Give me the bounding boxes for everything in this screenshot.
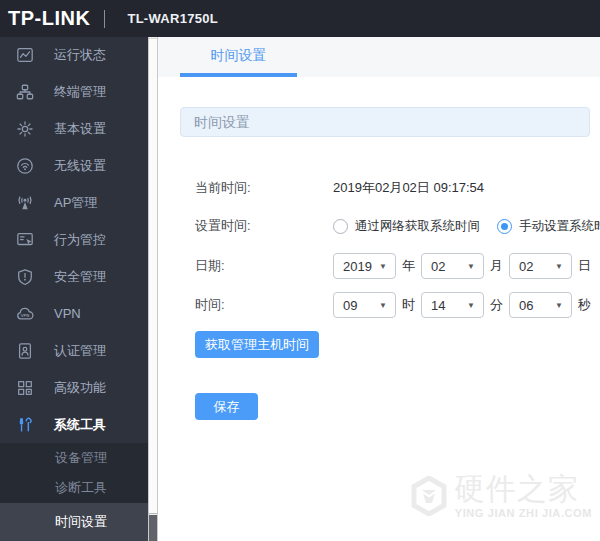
sidebar-scrollbar[interactable] (148, 37, 158, 541)
current-time-label: 当前时间: (195, 179, 333, 197)
month-select[interactable]: 02 ▼ (421, 253, 484, 279)
month-select-value: 02 (422, 259, 467, 274)
gear-icon (16, 120, 34, 138)
sidebar-item-basic-settings[interactable]: 基本设置 (0, 111, 148, 148)
sidebar-item-label: 终端管理 (54, 83, 106, 101)
submenu-item-diagnostic-tools[interactable]: 诊断工具 (0, 473, 148, 503)
watermark-subtitle: YING JIAN ZHI JIA.COM (455, 507, 592, 519)
chevron-down-icon: ▼ (555, 262, 571, 271)
time-settings-form: 当前时间: 2019年02月02日 09:17:54 设置时间: 通过网络获取系… (158, 179, 600, 420)
sidebar-item-advanced-features[interactable]: 高级功能 (0, 369, 148, 406)
radio-network-time-circle[interactable] (333, 219, 348, 234)
vpn-icon-text: VPN (21, 313, 30, 318)
wifi-icon (16, 157, 34, 175)
device-model: TL-WAR1750L (127, 11, 218, 26)
sidebar-item-wireless-settings[interactable]: 无线设置 (0, 148, 148, 185)
minute-select-value: 14 (422, 298, 467, 313)
get-host-time-button[interactable]: 获取管理主机时间 (195, 331, 319, 358)
chevron-down-icon: ▼ (555, 301, 571, 310)
sidebar-item-behavior-control[interactable]: 行为管控 (0, 222, 148, 259)
year-select-value: 2019 (334, 259, 379, 274)
grid-icon (16, 379, 34, 397)
brand-divider (104, 10, 105, 28)
vpn-cloud-icon: VPN (16, 305, 34, 323)
sidebar-item-label: 行为管控 (54, 231, 106, 249)
panel-title: 时间设置 (180, 107, 590, 137)
second-select-value: 06 (510, 298, 555, 313)
date-row: 日期: 2019 ▼ 年 02 ▼ 月 02 ▼ 日 (158, 253, 600, 279)
chevron-down-icon: ▼ (467, 262, 483, 271)
sidebar-item-security-management[interactable]: 安全管理 (0, 258, 148, 295)
get-host-time-row: 获取管理主机时间 (158, 331, 600, 358)
sidebar-item-ap-management[interactable]: AP管理 (0, 185, 148, 222)
submenu-item-label: 诊断工具 (55, 479, 107, 497)
sidebar-item-label: 基本设置 (54, 120, 106, 138)
topbar: TP-LINK TL-WAR1750L (0, 0, 600, 37)
sidebar-item-auth-management[interactable]: 认证管理 (0, 332, 148, 369)
minute-unit-label: 分 (490, 296, 503, 314)
router-admin-page: TP-LINK TL-WAR1750L 运行状态 终端管理 基本设置 (0, 0, 600, 541)
sidebar-item-running-status[interactable]: 运行状态 (0, 37, 148, 74)
chart-icon (16, 46, 34, 64)
set-time-label: 设置时间: (195, 217, 333, 235)
second-select[interactable]: 06 ▼ (509, 292, 572, 318)
chevron-down-icon: ▼ (379, 262, 395, 271)
tplink-logo: TP-LINK (8, 7, 90, 30)
time-label: 时间: (195, 296, 333, 314)
date-label: 日期: (195, 257, 333, 275)
watermark: 硬件之家 YING JIAN ZHI JIA.COM (411, 473, 592, 519)
sidebar-item-label: 无线设置 (54, 157, 106, 175)
submenu-item-label: 时间设置 (55, 513, 107, 531)
submenu-item-label: 设备管理 (55, 449, 107, 467)
watermark-title: 硬件之家 (455, 473, 592, 505)
scrollbar-thumb[interactable] (149, 38, 157, 514)
year-select[interactable]: 2019 ▼ (333, 253, 396, 279)
sidebar-item-label: 安全管理 (54, 268, 106, 286)
radio-network-time[interactable]: 通过网络获取系统时间 (333, 218, 480, 235)
tab-bar: 时间设置 (158, 37, 600, 77)
scrollbar-track-bottom (149, 515, 157, 541)
id-card-icon (16, 342, 34, 360)
submenu-item-device-management[interactable]: 设备管理 (0, 443, 148, 473)
radio-manual-time-label: 手动设置系统时间 (519, 218, 600, 235)
chevron-down-icon: ▼ (379, 301, 395, 310)
current-time-row: 当前时间: 2019年02月02日 09:17:54 (158, 179, 600, 197)
save-row: 保存 (158, 393, 600, 420)
hour-select[interactable]: 09 ▼ (333, 292, 396, 318)
sidebar-item-system-tools[interactable]: 系统工具 (0, 406, 148, 443)
sidebar-nav: 运行状态 终端管理 基本设置 无线设置 AP管理 (0, 37, 148, 541)
second-unit-label: 秒 (578, 296, 591, 314)
tab-time-settings[interactable]: 时间设置 (180, 37, 297, 77)
day-select[interactable]: 02 ▼ (509, 253, 572, 279)
hour-select-value: 09 (334, 298, 379, 313)
shield-icon (16, 268, 34, 286)
hour-unit-label: 时 (402, 296, 415, 314)
submenu-item-time-settings[interactable]: 时间设置 (0, 503, 148, 541)
main-content: 时间设置 时间设置 当前时间: 2019年02月02日 09:17:54 设置时… (158, 37, 600, 541)
hexagon-logo-icon (411, 476, 447, 516)
antenna-icon (16, 194, 34, 212)
sidebar-item-label: AP管理 (54, 194, 97, 212)
sidebar-item-vpn[interactable]: VPN VPN (0, 295, 148, 332)
sidebar-item-label: VPN (54, 306, 81, 321)
current-time-value: 2019年02月02日 09:17:54 (333, 179, 484, 197)
minute-select[interactable]: 14 ▼ (421, 292, 484, 318)
sitemap-icon (16, 83, 34, 101)
day-unit-label: 日 (578, 257, 591, 275)
year-unit-label: 年 (402, 257, 415, 275)
radio-network-time-label: 通过网络获取系统时间 (355, 218, 480, 235)
radio-manual-time-circle[interactable] (497, 219, 512, 234)
sidebar-item-label: 运行状态 (54, 46, 106, 64)
sidebar-item-label: 系统工具 (54, 416, 106, 434)
sidebar-item-terminal-management[interactable]: 终端管理 (0, 74, 148, 111)
system-tools-submenu: 设备管理 诊断工具 时间设置 (0, 443, 148, 541)
screen-cursor-icon (16, 231, 34, 249)
sidebar-item-label: 认证管理 (54, 342, 106, 360)
radio-manual-time[interactable]: 手动设置系统时间 (497, 218, 600, 235)
save-button[interactable]: 保存 (195, 393, 258, 420)
month-unit-label: 月 (490, 257, 503, 275)
set-time-row: 设置时间: 通过网络获取系统时间 手动设置系统时间 (158, 217, 600, 235)
tools-icon (16, 416, 34, 434)
time-row: 时间: 09 ▼ 时 14 ▼ 分 06 ▼ 秒 (158, 292, 600, 318)
sidebar-item-label: 高级功能 (54, 379, 106, 397)
